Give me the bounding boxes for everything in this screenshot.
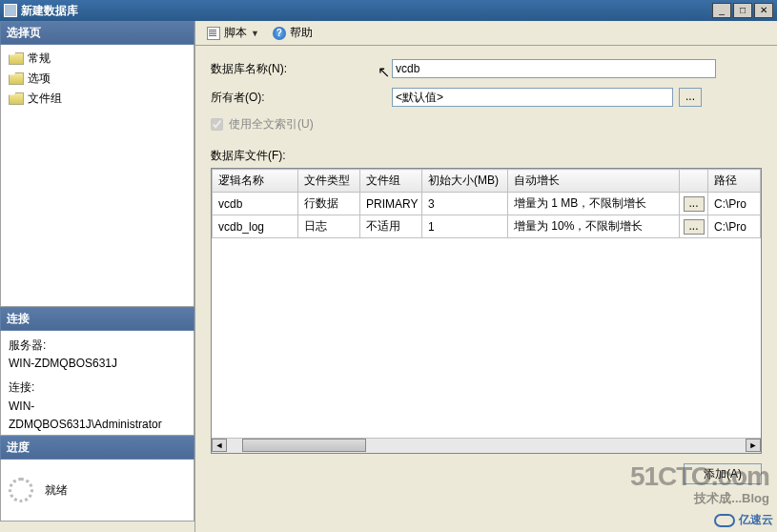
window-titlebar: 新建数据库 _ □ ✕ <box>0 0 777 21</box>
col-initial-size[interactable]: 初始大小(MB) <box>422 170 508 193</box>
owner-browse-button[interactable]: ... <box>679 88 702 107</box>
cell-group[interactable]: PRIMARY <box>360 193 422 215</box>
page-list: 常规 选项 文件组 <box>0 45 194 307</box>
connection-panel: 服务器: WIN-ZDMQBOS631J 连接: WIN-ZDMQBOS631J… <box>0 331 194 436</box>
cell-name[interactable]: vcdb_log <box>213 215 298 238</box>
col-file-type[interactable]: 文件类型 <box>298 170 360 193</box>
fulltext-label: 使用全文索引(U) <box>229 116 314 133</box>
connection-label: 连接: <box>9 379 186 397</box>
script-label: 脚本 <box>224 25 247 41</box>
page-icon <box>9 92 24 105</box>
progress-status: 就绪 <box>45 482 68 499</box>
help-button[interactable]: ? 帮助 <box>267 23 318 43</box>
growth-edit-button[interactable]: ... <box>684 196 705 212</box>
close-button[interactable]: ✕ <box>754 3 773 18</box>
watermark-51cto: 51CTO.com <box>630 461 769 492</box>
table-row[interactable]: vcdb_log 日志 不适用 1 增量为 10%，不限制增长 ... C:\P… <box>213 215 761 238</box>
col-autogrowth[interactable]: 自动增长 <box>508 170 680 193</box>
col-filegroup[interactable]: 文件组 <box>360 170 422 193</box>
minimize-button[interactable]: _ <box>712 3 731 18</box>
nav-item-filegroups[interactable]: 文件组 <box>5 89 190 109</box>
page-icon <box>9 52 24 65</box>
cell-name[interactable]: vcdb <box>213 193 298 215</box>
server-label: 服务器: <box>9 337 186 355</box>
col-path[interactable]: 路径 <box>708 170 761 193</box>
help-icon: ? <box>273 27 286 40</box>
nav-item-options[interactable]: 选项 <box>5 69 190 89</box>
nav-label: 选项 <box>28 71 51 87</box>
cell-growth[interactable]: 增量为 10%，不限制增长 <box>508 215 680 238</box>
page-icon <box>9 72 24 85</box>
connection-header: 连接 <box>0 307 194 331</box>
right-content: 脚本 ▼ ? 帮助 数据库名称(N): 所有者(O): ... <box>195 21 777 532</box>
db-name-label: 数据库名称(N): <box>211 61 392 77</box>
maximize-button[interactable]: □ <box>733 3 752 18</box>
growth-edit-button[interactable]: ... <box>684 219 705 235</box>
connection-value: WIN-ZDMQBOS631J\Administrator <box>9 398 186 434</box>
progress-panel: 就绪 <box>0 460 194 522</box>
cell-type[interactable]: 日志 <box>298 215 360 238</box>
dropdown-arrow-icon: ▼ <box>251 29 259 38</box>
db-files-grid[interactable]: 逻辑名称 文件类型 文件组 初始大小(MB) 自动增长 路径 vcdb 行数据 … <box>211 168 762 454</box>
cell-type[interactable]: 行数据 <box>298 193 360 215</box>
watermark-blog: 技术成...Blog <box>694 490 769 507</box>
owner-input[interactable] <box>392 88 673 107</box>
toolbar: 脚本 ▼ ? 帮助 <box>195 21 777 46</box>
help-label: 帮助 <box>290 25 313 41</box>
spinner-icon <box>9 478 33 502</box>
owner-label: 所有者(O): <box>211 90 392 106</box>
nav-label: 常规 <box>28 51 51 67</box>
app-icon <box>4 4 17 17</box>
watermark-yisuyun: 亿速云 <box>714 512 773 528</box>
scroll-left-arrow-icon[interactable]: ◄ <box>212 439 227 452</box>
fulltext-checkbox <box>211 118 223 131</box>
db-name-input[interactable] <box>392 59 716 78</box>
scroll-right-arrow-icon[interactable]: ► <box>746 439 761 452</box>
horizontal-scrollbar[interactable]: ◄ ► <box>212 438 761 453</box>
cloud-icon <box>714 514 735 527</box>
nav-label: 文件组 <box>28 91 62 107</box>
script-button[interactable]: 脚本 ▼ <box>201 23 265 43</box>
table-row[interactable]: vcdb 行数据 PRIMARY 3 增量为 1 MB，不限制增长 ... C:… <box>213 193 761 215</box>
cell-group[interactable]: 不适用 <box>360 215 422 238</box>
window-title: 新建数据库 <box>21 3 710 19</box>
progress-header: 进度 <box>0 436 194 460</box>
nav-item-general[interactable]: 常规 <box>5 49 190 69</box>
cell-path[interactable]: C:\Pro <box>708 215 761 238</box>
cell-path[interactable]: C:\Pro <box>708 193 761 215</box>
cell-growth[interactable]: 增量为 1 MB，不限制增长 <box>508 193 680 215</box>
col-logical-name[interactable]: 逻辑名称 <box>213 170 298 193</box>
cell-size[interactable]: 3 <box>422 193 508 215</box>
db-files-label: 数据库文件(F): <box>211 148 762 164</box>
left-panel: 选择页 常规 选项 文件组 连接 服务器: WIN-ZDMQBOS631J 连接… <box>0 21 195 532</box>
select-page-header: 选择页 <box>0 21 194 45</box>
scroll-thumb[interactable] <box>242 439 366 452</box>
col-autogrowth-btn[interactable] <box>680 170 708 193</box>
server-value: WIN-ZDMQBOS631J <box>9 355 186 373</box>
cell-size[interactable]: 1 <box>422 215 508 238</box>
script-icon <box>207 27 220 40</box>
